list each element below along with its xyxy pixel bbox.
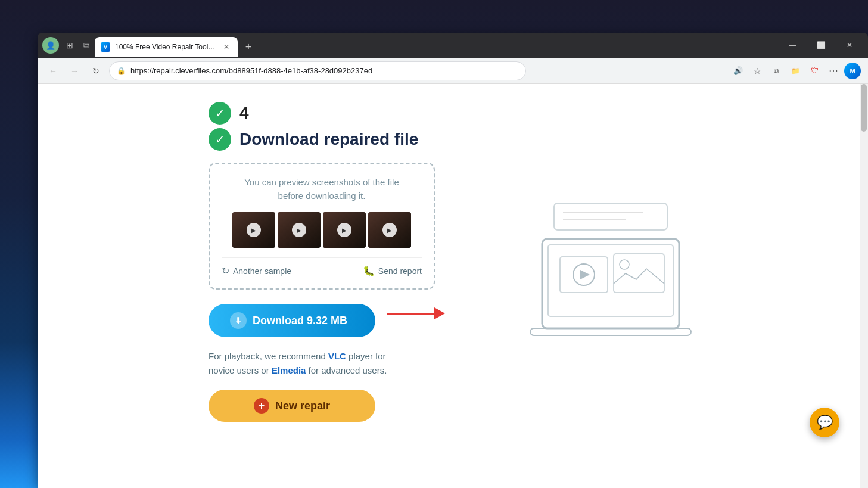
minimize-button[interactable]: — (779, 36, 806, 54)
download-section-header: ✓ Download repaired file (209, 128, 697, 151)
plus-icon: + (254, 398, 269, 414)
another-sample-button[interactable]: ↻ Another sample (222, 265, 291, 276)
play-icon-4: ▶ (382, 223, 397, 237)
window-capture-icon[interactable]: ⧉ (78, 37, 95, 54)
toolbar: ← → ↻ 🔒 https://repair.cleverfiles.com/b… (38, 58, 868, 84)
favorites-button[interactable]: ☆ (749, 63, 766, 79)
download-row: ⬇ Download 9.32 MB (209, 290, 697, 337)
title-bar: 👤 ⊞ ⧉ V 100% Free Video Repair Tool Onl.… (38, 33, 868, 58)
thumbnail-1: ▶ (232, 212, 275, 248)
step-4-number: 4 (239, 104, 249, 123)
download-icon: ⬇ (230, 312, 247, 329)
play-icon-1: ▶ (247, 223, 261, 237)
active-tab[interactable]: V 100% Free Video Repair Tool Onl... ✕ (95, 37, 238, 57)
send-report-button[interactable]: 🐛 Send report (363, 265, 422, 276)
preview-description: You can preview screenshots of the file … (222, 176, 422, 203)
left-content: You can preview screenshots of the file … (209, 163, 697, 422)
browser-window: 👤 ⊞ ⧉ V 100% Free Video Repair Tool Onl.… (38, 33, 868, 488)
elmedia-link[interactable]: Elmedia (272, 365, 306, 375)
lock-icon: 🔒 (117, 67, 126, 75)
thumbnails-row: ▶ ▶ ▶ ▶ (222, 212, 422, 248)
red-arrow (387, 307, 445, 319)
profile-icon[interactable]: 👤 (42, 37, 59, 54)
download-button[interactable]: ⬇ Download 9.32 MB (209, 304, 375, 337)
tab-grid-icon[interactable]: ⊞ (61, 37, 78, 54)
url-text: https://repair.cleverfiles.com/bd88951f-… (130, 66, 518, 75)
thumbnail-2: ▶ (278, 212, 321, 248)
read-aloud-button[interactable]: 🔊 (730, 63, 746, 79)
main-content-area: You can preview screenshots of the file … (209, 163, 697, 422)
content-inner: ✓ 4 ✓ Download repaired file You c (185, 84, 721, 488)
preview-box: You can preview screenshots of the file … (209, 163, 435, 290)
new-tab-button[interactable]: + (240, 39, 257, 55)
thumbnail-3: ▶ (323, 212, 366, 248)
tab-favicon: V (101, 42, 110, 52)
page-content: ✓ 4 ✓ Download repaired file You c (38, 84, 868, 488)
refresh-icon: ↻ (222, 265, 229, 276)
thumbnail-4: ▶ (368, 212, 411, 248)
new-repair-button[interactable]: + New repair (209, 390, 375, 422)
play-icon-2: ▶ (292, 223, 306, 237)
tab-title: 100% Free Video Repair Tool Onl... (115, 43, 216, 51)
step-4-number-row: ✓ 4 (209, 102, 697, 125)
play-icon-3: ▶ (337, 223, 351, 237)
maximize-button[interactable]: ⬜ (807, 36, 835, 54)
tab-close-button[interactable]: ✕ (221, 42, 232, 52)
address-bar[interactable]: 🔒 https://repair.cleverfiles.com/bd88951… (109, 61, 526, 80)
back-button[interactable]: ← (45, 63, 61, 79)
chat-bubble-button[interactable]: 💬 (810, 408, 839, 437)
playback-recommendation: For playback, we recommend VLC player fo… (209, 349, 411, 378)
step-4-check-icon: ✓ (209, 102, 231, 125)
refresh-button[interactable]: ↻ (88, 63, 104, 79)
edge-copilot-button[interactable]: M (844, 63, 861, 79)
toolbar-actions: 🔊 ☆ ⧉ 📁 🛡 ⋯ M (730, 63, 861, 79)
forward-button[interactable]: → (66, 63, 83, 79)
window-controls: — ⬜ ✕ (779, 36, 863, 54)
scrollbar[interactable] (860, 84, 868, 488)
download-section-title: Download repaired file (239, 130, 418, 149)
arrow-head (434, 307, 445, 319)
vlc-link[interactable]: VLC (328, 351, 346, 361)
close-button[interactable]: ✕ (836, 36, 863, 54)
settings-button[interactable]: ⋯ (825, 63, 842, 79)
arrow-line (387, 313, 435, 315)
tab-area: V 100% Free Video Repair Tool Onl... ✕ + (95, 33, 779, 58)
browser-essentials-button[interactable]: 🛡 (806, 63, 823, 79)
download-check-icon: ✓ (209, 128, 231, 151)
split-screen-button[interactable]: ⧉ (768, 63, 785, 79)
collections-button[interactable]: 📁 (787, 63, 804, 79)
scrollbar-thumb[interactable] (861, 84, 867, 132)
preview-actions: ↻ Another sample 🐛 Send report (222, 257, 422, 276)
bug-icon: 🐛 (363, 265, 375, 276)
